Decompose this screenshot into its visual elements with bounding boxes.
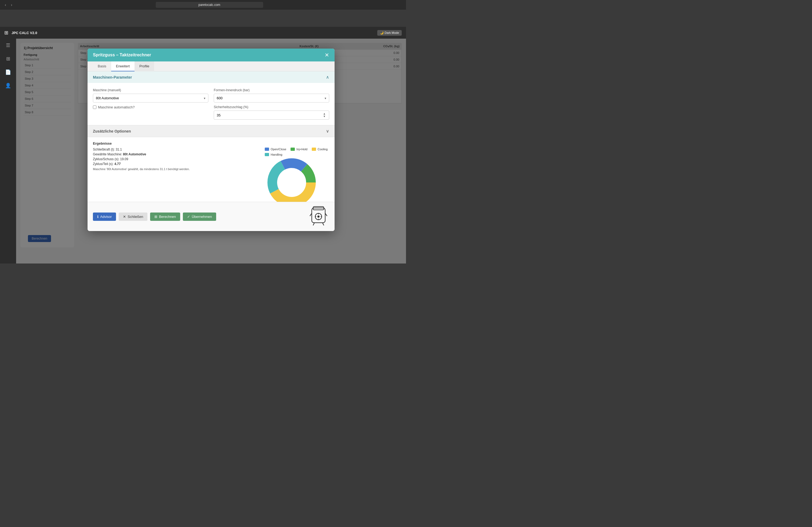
svg-point-9 <box>317 215 320 217</box>
apply-label: Übernehmen <box>192 215 212 219</box>
zusatz-accordion: Zusätzliche Optionen ∨ <box>88 125 335 137</box>
maschine-auto-checkbox[interactable] <box>93 105 97 109</box>
svg-line-11 <box>322 223 324 225</box>
browser-bar: ‹ › <box>0 0 406 10</box>
maschinen-form: Maschine (manuell) 80t Automotive 120t S… <box>88 83 335 125</box>
innendruck-select[interactable]: 400 500 600 700 800 <box>214 94 329 102</box>
results-values: Schließkraft (t): 31.1 Gewählte Maschine… <box>93 148 259 202</box>
legend-cooling-dot <box>312 148 316 151</box>
apply-icon: ✓ <box>187 215 190 219</box>
auto-checkbox-label: Maschine automatisch? <box>98 105 135 109</box>
mascot-area <box>308 205 329 228</box>
nav-forward[interactable]: › <box>10 2 14 7</box>
sidebar: ☰ ⊞ 📄 👤 <box>0 39 16 264</box>
zusatz-accordion-header[interactable]: Zusätzliche Optionen ∨ <box>88 125 335 137</box>
tab-basis[interactable]: Basis <box>93 61 111 71</box>
modal-overlay: Spritzguss – Taktzeitrechner ✕ Basis Erw… <box>16 39 406 264</box>
sidebar-doc-icon[interactable]: 📄 <box>3 67 13 77</box>
sicherheit-group: Sicherheitszuschlag (%) ▲ ▼ <box>214 105 329 120</box>
sicherheit-label: Sicherheitszuschlag (%) <box>214 105 329 109</box>
zyklus-teil-value: 4.77 <box>114 162 120 166</box>
maschine-label: Maschine (manuell) <box>93 88 208 92</box>
chart-container: Open/Close Inj+Hold Coolin <box>265 148 329 202</box>
accordion-down-icon: ∨ <box>326 129 329 134</box>
app-background: ⊞ JPC CALC V2.0 🌙 Dark Mode ☰ ⊞ 📄 👤 1) P… <box>0 27 406 264</box>
zyklus-schuss-label: Zyklus/Schuss (s): <box>93 157 120 161</box>
header-right: 🌙 Dark Mode <box>377 30 402 36</box>
maschinen-title: Maschinen-Parameter <box>93 75 132 79</box>
mascot-icon <box>308 205 329 227</box>
close-label: Schließen <box>128 215 143 219</box>
legend-injhold: Inj+Hold <box>291 148 307 151</box>
donut-chart <box>265 158 318 202</box>
tab-erweitert[interactable]: Erweitert <box>111 61 134 71</box>
app-logo-icon: ⊞ <box>4 30 8 36</box>
legend-openclose-dot <box>265 148 269 151</box>
zyklus-schuss-value: 19.09 <box>120 157 128 161</box>
legend-injhold-label: Inj+Hold <box>296 148 307 151</box>
advisor-button[interactable]: ℹ Advisor <box>93 212 116 221</box>
innendruck-label: Formen-Innendruck (bar) <box>214 88 329 92</box>
results-area: Ergebnisse Schließkraft (t): 31.1 Gewähl… <box>88 137 335 202</box>
zyklus-teil-label: Zyklus/Teil (s): <box>93 162 114 166</box>
modal-dialog: Spritzguss – Taktzeitrechner ✕ Basis Erw… <box>88 48 335 231</box>
spinner-down[interactable]: ▼ <box>322 115 326 118</box>
result-maschine: Gewählte Maschine: 80t Automotive <box>93 152 259 156</box>
sidebar-user-icon[interactable]: 👤 <box>3 81 13 90</box>
main-content: 1) Projektübersicht Fertigung Arbeitssch… <box>16 39 406 264</box>
innendruck-select-wrapper: 400 500 600 700 800 ▼ <box>214 94 329 103</box>
apply-button[interactable]: ✓ Übernehmen <box>183 212 216 221</box>
sidebar-menu-icon[interactable]: ☰ <box>4 41 12 50</box>
close-icon: ✕ <box>123 215 126 219</box>
schliesskraft-value: 31.1 <box>116 148 122 151</box>
svg-line-10 <box>313 223 315 225</box>
maschine-column: Maschine (manuell) 80t Automotive 120t S… <box>93 88 208 120</box>
calc-label: Berechnen <box>159 215 176 219</box>
maschinen-accordion: Maschinen-Parameter ∧ Maschine (manuell) <box>88 71 335 125</box>
zusatz-title: Zusätzliche Optionen <box>93 129 131 133</box>
calc-button[interactable]: ⊞ Berechnen <box>150 212 180 221</box>
legend-handling-label: Handling <box>271 153 282 156</box>
schliesskraft-label: Schließkraft (t): <box>93 148 116 151</box>
legend-handling-dot <box>265 153 269 156</box>
nav-back[interactable]: ‹ <box>3 2 8 7</box>
auto-checkbox-row: Maschine automatisch? <box>93 105 208 109</box>
maschinen-accordion-header[interactable]: Maschinen-Parameter ∧ <box>88 71 335 83</box>
result-schliesskraft: Schließkraft (t): 31.1 <box>93 148 259 151</box>
dark-mode-button[interactable]: 🌙 Dark Mode <box>377 30 402 36</box>
app-header: ⊞ JPC CALC V2.0 🌙 Dark Mode <box>0 27 406 39</box>
modal-body: Maschinen-Parameter ∧ Maschine (manuell) <box>88 71 335 202</box>
result-zyklus-teil: Zyklus/Teil (s): 4.77 <box>93 162 259 166</box>
innendruck-group: Formen-Innendruck (bar) 400 500 600 700 <box>214 88 329 103</box>
chart-legend: Open/Close Inj+Hold Coolin <box>265 148 329 156</box>
calc-icon: ⊞ <box>155 215 157 219</box>
sidebar-home-icon[interactable]: ⊞ <box>4 54 12 63</box>
maschine-result-label: Gewählte Maschine: <box>93 152 123 156</box>
tab-profile[interactable]: Profile <box>134 61 154 71</box>
app-title: JPC CALC V2.0 <box>12 31 37 35</box>
sicherheit-input[interactable] <box>217 113 304 117</box>
legend-openclose: Open/Close <box>265 148 286 151</box>
maschine-select-wrapper: 80t Automotive 120t Standard 200t Heavy … <box>93 94 208 103</box>
maschine-group: Maschine (manuell) 80t Automotive 120t S… <box>93 88 208 103</box>
sicherheit-spinners: ▲ ▼ <box>322 112 326 118</box>
maschine-select[interactable]: 80t Automotive 120t Standard 200t Heavy <box>93 94 208 102</box>
address-bar[interactable] <box>156 2 263 8</box>
advisor-label: Advisor <box>100 215 112 219</box>
results-note: Maschine '80t Automotive' gewählt, da mi… <box>93 167 259 171</box>
legend-cooling-label: Cooling <box>318 148 328 151</box>
close-button[interactable]: ✕ Schließen <box>119 212 147 221</box>
modal-footer: ℹ Advisor ✕ Schließen ⊞ Berechnen ✓ <box>88 202 335 231</box>
modal-tabs: Basis Erweitert Profile <box>88 61 335 71</box>
legend-openclose-label: Open/Close <box>271 148 286 151</box>
modal-title: Spritzguss – Taktzeitrechner <box>93 52 151 57</box>
legend-injhold-dot <box>291 148 295 151</box>
app-layout: ☰ ⊞ 📄 👤 1) Projektübersicht Fertigung Ar… <box>0 39 406 264</box>
donut-hole <box>281 172 302 193</box>
modal-header: Spritzguss – Taktzeitrechner ✕ <box>88 48 335 61</box>
results-content: Schließkraft (t): 31.1 Gewählte Maschine… <box>93 148 329 202</box>
legend-handling: Handling <box>265 153 282 156</box>
modal-close-button[interactable]: ✕ <box>325 52 329 58</box>
advisor-icon: ℹ <box>97 215 99 219</box>
innendruck-column: Formen-Innendruck (bar) 400 500 600 700 <box>214 88 329 120</box>
